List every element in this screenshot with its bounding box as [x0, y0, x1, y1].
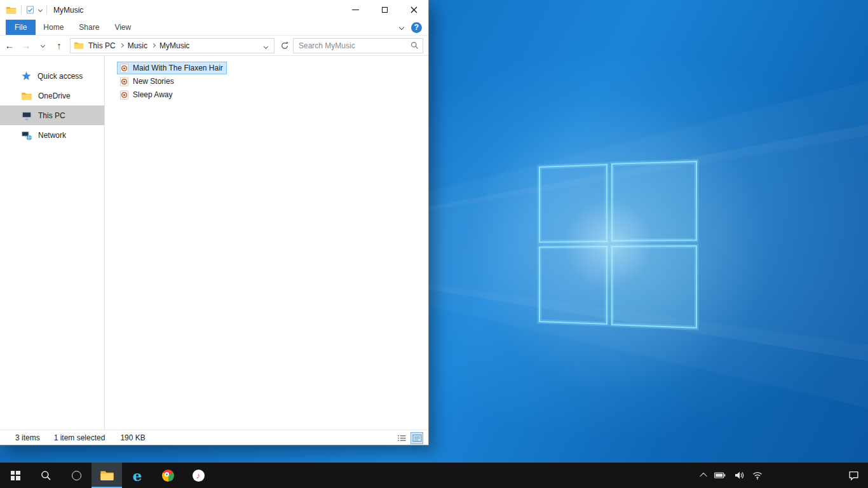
file-item-maid-with-the-flaxen-hair[interactable]: Maid With The Flaxen Hair	[117, 62, 227, 74]
file-item-new-stories[interactable]: New Stories	[117, 75, 178, 88]
status-size: 190 KB	[120, 433, 145, 442]
status-item-count: 3 items	[15, 433, 40, 442]
cortana-icon	[72, 471, 81, 480]
search-icon[interactable]	[410, 41, 419, 50]
details-view-icon	[397, 434, 407, 442]
status-selection: 1 item selected	[54, 433, 105, 442]
window-folder-icon	[6, 6, 17, 15]
file-explorer-icon	[100, 470, 114, 481]
qat-customize-chevron-icon[interactable]	[38, 8, 43, 12]
expand-ribbon-chevron-icon[interactable]	[399, 25, 404, 30]
chrome-icon	[162, 470, 174, 482]
battery-status-button[interactable]	[714, 472, 726, 478]
recent-locations-chevron-icon[interactable]	[34, 37, 51, 54]
qat-properties-icon[interactable]	[26, 6, 34, 14]
file-list-area[interactable]: Maid With The Flaxen Hair New Stories Sl…	[105, 56, 428, 430]
breadcrumb-music[interactable]: Music	[127, 41, 148, 50]
sidebar-item-quick-access[interactable]: Quick access	[0, 66, 104, 86]
up-button[interactable]: ↑	[51, 37, 67, 54]
network-status-button[interactable]	[752, 470, 763, 480]
taskbar-chrome-button[interactable]	[153, 463, 183, 488]
status-bar: 3 items 1 item selected 190 KB	[0, 430, 428, 445]
taskbar-internet-explorer-button[interactable]: e	[122, 463, 153, 488]
sidebar-item-onedrive[interactable]: OneDrive	[0, 86, 104, 105]
action-center-button[interactable]	[839, 463, 868, 488]
media-file-icon	[119, 77, 129, 86]
maximize-button[interactable]	[370, 0, 399, 20]
search-box	[293, 38, 423, 53]
battery-icon	[714, 472, 726, 478]
show-hidden-icons-button[interactable]	[701, 473, 706, 478]
cortana-button[interactable]	[61, 463, 92, 488]
refresh-icon	[280, 41, 289, 50]
taskbar-search-button[interactable]	[31, 463, 61, 488]
taskbar-file-explorer-button[interactable]	[92, 463, 122, 488]
help-button[interactable]: ?	[411, 22, 422, 33]
ribbon-tab-strip: File Home Share View ?	[0, 20, 428, 36]
navigation-pane: Quick access OneDrive This PC Network	[0, 56, 105, 430]
windows-logo-icon	[11, 471, 20, 480]
network-icon	[21, 130, 32, 140]
breadcrumb-chevron-icon[interactable]	[119, 43, 124, 48]
forward-button[interactable]: →	[18, 37, 34, 54]
details-view-button[interactable]	[395, 432, 408, 444]
sidebar-item-this-pc[interactable]: This PC	[0, 105, 104, 125]
folder-icon	[21, 92, 32, 100]
taskbar: e ♪	[0, 463, 868, 488]
minimize-icon	[352, 10, 359, 10]
start-button[interactable]	[0, 463, 31, 488]
large-icons-view-icon	[412, 434, 422, 442]
close-icon	[410, 6, 417, 13]
media-file-icon	[119, 90, 129, 100]
tab-file[interactable]: File	[6, 20, 36, 35]
search-input[interactable]	[297, 41, 408, 51]
breadcrumb-chevron-icon[interactable]	[151, 43, 156, 48]
minimize-button[interactable]	[341, 0, 370, 20]
volume-icon	[734, 470, 744, 480]
tab-home[interactable]: Home	[36, 20, 71, 35]
tab-share[interactable]: Share	[71, 20, 107, 35]
media-file-icon	[119, 64, 129, 73]
system-tray	[701, 463, 763, 488]
close-button[interactable]	[399, 0, 428, 20]
separator	[21, 5, 22, 15]
wifi-icon	[752, 470, 763, 480]
search-icon	[41, 470, 51, 481]
quick-access-toolbar	[0, 5, 47, 15]
address-box[interactable]: This PC Music MyMusic	[70, 38, 275, 53]
maximize-icon	[382, 7, 388, 13]
breadcrumb-this-pc[interactable]: This PC	[88, 41, 116, 50]
internet-explorer-icon: e	[133, 468, 142, 483]
computer-icon	[21, 111, 32, 121]
chevron-up-icon	[700, 473, 707, 480]
taskbar-itunes-button[interactable]: ♪	[183, 463, 214, 488]
refresh-button[interactable]	[276, 38, 293, 53]
back-button[interactable]: ←	[1, 37, 18, 54]
tab-view[interactable]: View	[107, 20, 139, 35]
breadcrumb-mymusic[interactable]: MyMusic	[159, 41, 190, 50]
location-folder-icon	[74, 41, 84, 50]
star-icon	[21, 71, 32, 81]
caption-buttons	[341, 0, 428, 20]
itunes-icon: ♪	[193, 470, 205, 482]
address-bar: ← → ↑ This PC Music MyMusic	[0, 36, 428, 56]
title-bar[interactable]: MyMusic	[0, 0, 428, 20]
large-icons-view-button[interactable]	[410, 432, 423, 444]
file-explorer-window: MyMusic File Home Share View ? ← → ↑	[0, 0, 429, 445]
sidebar-item-network[interactable]: Network	[0, 125, 104, 145]
address-dropdown-button[interactable]	[262, 41, 270, 50]
file-item-sleep-away[interactable]: Sleep Away	[117, 88, 177, 101]
separator	[46, 5, 47, 15]
action-center-icon	[848, 470, 859, 481]
volume-button[interactable]	[734, 470, 744, 480]
window-title: MyMusic	[53, 6, 83, 15]
